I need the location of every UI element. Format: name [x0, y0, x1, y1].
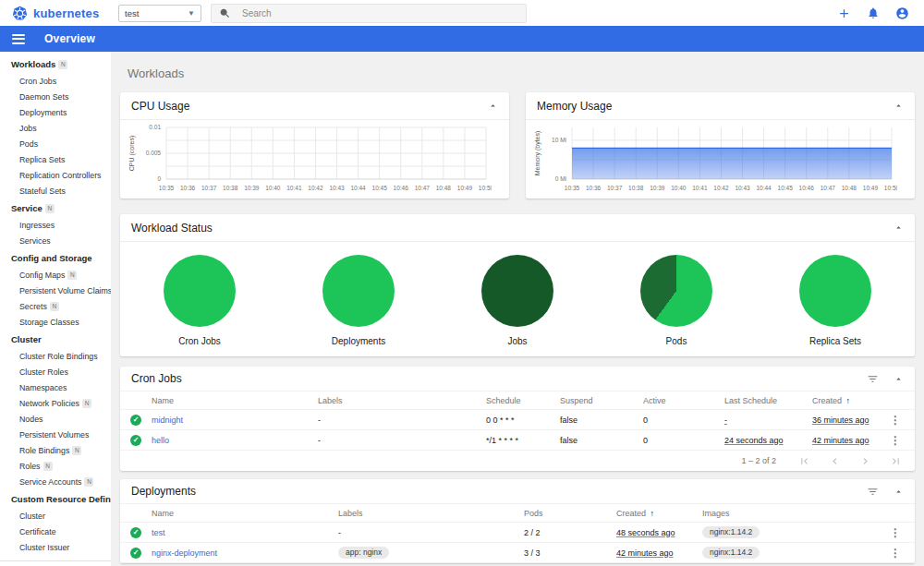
sidebar-item-replica-sets[interactable]: Replica Sets: [0, 151, 111, 167]
svg-text:CPU (cores): CPU (cores): [128, 136, 136, 172]
deployments-table: ✓test-2 / 248 seconds agonginx:1.14.2⋮✓n…: [120, 523, 915, 563]
collapse-cron-jobs-button[interactable]: [894, 374, 904, 384]
column-header-pods[interactable]: Pods: [524, 509, 616, 518]
sidebar-item-roles[interactable]: RolesN: [0, 458, 111, 474]
plus-icon: [837, 6, 851, 20]
sidebar-group-cluster[interactable]: Cluster: [0, 330, 111, 348]
sidebar-item-daemon-sets[interactable]: Daemon Sets: [0, 89, 111, 104]
sidebar-group-custom-resource-definitions[interactable]: Custom Resource Definitions: [0, 489, 111, 508]
sidebar-item-label: Network Policies: [19, 399, 79, 408]
collapse-deployments-button[interactable]: [894, 487, 904, 497]
pie-chart: [799, 255, 871, 327]
sidebar-item-network-policies[interactable]: Network PoliciesN: [0, 395, 111, 411]
svg-text:10:35: 10:35: [565, 185, 580, 191]
sidebar-item-role-bindings[interactable]: Role BindingsN: [0, 442, 111, 458]
status-ok-icon: ✓: [130, 548, 141, 559]
sidebar-item-pods[interactable]: Pods: [0, 136, 111, 151]
sidebar-item-persistent-volumes[interactable]: Persistent Volumes: [0, 427, 111, 442]
sidebar-item-namespaces[interactable]: Namespaces: [0, 379, 111, 395]
sidebar-item-cluster-issuer[interactable]: Cluster Issuer: [0, 539, 111, 555]
sidebar-group-service[interactable]: ServiceN: [0, 199, 111, 217]
sidebar-item-storage-classes[interactable]: Storage Classes: [0, 314, 111, 330]
sidebar-item-label: Role Bindings: [19, 446, 69, 455]
sidebar-item-secrets[interactable]: SecretsN: [0, 298, 111, 314]
chevron-up-icon: [894, 101, 904, 111]
svg-text:10:39: 10:39: [650, 185, 665, 191]
kebab-menu-icon[interactable]: ⋮: [890, 414, 901, 427]
deployments-title: Deployments: [131, 485, 196, 498]
kubernetes-logo[interactable]: kubernetes: [0, 6, 111, 21]
previous-page-icon[interactable]: [829, 455, 841, 467]
status-cell: ✓: [120, 548, 152, 559]
column-header-last-schedule[interactable]: Last Schedule: [724, 396, 812, 405]
column-header-active[interactable]: Active: [643, 396, 724, 405]
sidebar-item-service-accounts[interactable]: Service AccountsN: [0, 474, 111, 489]
status-ok-icon: ✓: [130, 527, 141, 538]
svg-text:10:48: 10:48: [436, 185, 452, 191]
column-header-name[interactable]: Name: [152, 509, 338, 518]
column-header-suspend[interactable]: Suspend: [560, 396, 643, 405]
sidebar-item-stateful-sets[interactable]: Stateful Sets: [0, 183, 111, 199]
cell-suspend: false: [560, 436, 643, 445]
first-page-icon[interactable]: [798, 455, 810, 467]
sidebar-item-label: Stateful Sets: [19, 187, 66, 196]
sidebar-item-jobs[interactable]: Jobs: [0, 120, 111, 136]
column-header-schedule[interactable]: Schedule: [486, 396, 560, 405]
cronjob-name-link[interactable]: midnight: [152, 415, 318, 425]
sidebar-item-label: Namespaces: [19, 383, 67, 392]
sidebar-item-nodes[interactable]: Nodes: [0, 411, 111, 427]
svg-text:10:44: 10:44: [756, 185, 772, 191]
collapse-cpu-card-button[interactable]: [488, 101, 498, 111]
cell-created: 36 minutes ago: [812, 415, 889, 425]
sidebar-item-services[interactable]: Services: [0, 233, 111, 248]
sidebar-item-label: Roles: [19, 462, 41, 471]
sidebar-item-cron-jobs[interactable]: Cron Jobs: [0, 73, 111, 89]
app-bar: Overview: [0, 26, 924, 52]
search-bar[interactable]: [211, 4, 527, 23]
sidebar-item-certificate[interactable]: Certificate: [0, 524, 111, 539]
namespaced-badge: N: [72, 446, 81, 455]
sidebar-item-cluster-role-bindings[interactable]: Cluster Role Bindings: [0, 348, 111, 364]
top-bar: kubernetes test ▼: [0, 0, 924, 26]
next-page-icon[interactable]: [859, 455, 871, 467]
sidebar-item-cluster[interactable]: Cluster: [0, 508, 111, 524]
namespace-selector[interactable]: test ▼: [118, 5, 201, 22]
sidebar-item-config-maps[interactable]: Config MapsN: [0, 267, 111, 283]
cron-jobs-title: Cron Jobs: [131, 372, 182, 385]
notifications-button[interactable]: [867, 6, 880, 19]
create-resource-button[interactable]: [837, 6, 851, 20]
cronjob-name-link[interactable]: hello: [152, 436, 318, 445]
column-header-labels[interactable]: Labels: [318, 396, 486, 405]
collapse-memory-card-button[interactable]: [894, 101, 904, 111]
deployment-name-link[interactable]: nginx-deployment: [152, 548, 338, 558]
sidebar-item-ingresses[interactable]: Ingresses: [0, 217, 111, 233]
sidebar-item-persistent-volume-claims[interactable]: Persistent Volume ClaimsN: [0, 283, 111, 298]
sidebar-item-replication-controllers[interactable]: Replication Controllers: [0, 167, 111, 183]
sidebar-group-config-and-storage[interactable]: Config and Storage: [0, 248, 111, 267]
sort-asc-icon: ↑: [648, 509, 654, 518]
column-header-labels[interactable]: Labels: [338, 509, 524, 518]
sidebar-item-deployments[interactable]: Deployments: [0, 104, 111, 120]
workload-pie-pods: Pods: [597, 255, 756, 346]
column-header-created[interactable]: Created ↑: [616, 509, 702, 518]
column-header-created[interactable]: Created ↑: [812, 396, 889, 405]
column-header-name[interactable]: Name: [152, 396, 318, 405]
svg-text:10:39: 10:39: [244, 185, 260, 191]
menu-hamburger-icon[interactable]: [12, 34, 25, 44]
account-button[interactable]: [895, 6, 909, 20]
kebab-menu-icon[interactable]: ⋮: [890, 434, 901, 447]
svg-text:10:49: 10:49: [863, 185, 879, 191]
kebab-menu-icon[interactable]: ⋮: [890, 547, 901, 560]
sidebar-group-workloads[interactable]: WorkloadsN: [0, 54, 111, 73]
search-input[interactable]: [240, 7, 518, 19]
collapse-status-card-button[interactable]: [894, 223, 904, 233]
cell-created: 42 minutes ago: [616, 548, 702, 558]
last-page-icon[interactable]: [890, 455, 902, 467]
deployment-name-link[interactable]: test: [152, 528, 338, 537]
filter-cron-jobs-button[interactable]: [867, 373, 879, 385]
kebab-menu-icon[interactable]: ⋮: [890, 526, 901, 539]
column-header-images[interactable]: Images: [702, 509, 887, 518]
sidebar-item-cluster-roles[interactable]: Cluster Roles: [0, 364, 111, 379]
svg-text:0.005: 0.005: [146, 150, 162, 156]
filter-deployments-button[interactable]: [867, 486, 879, 498]
